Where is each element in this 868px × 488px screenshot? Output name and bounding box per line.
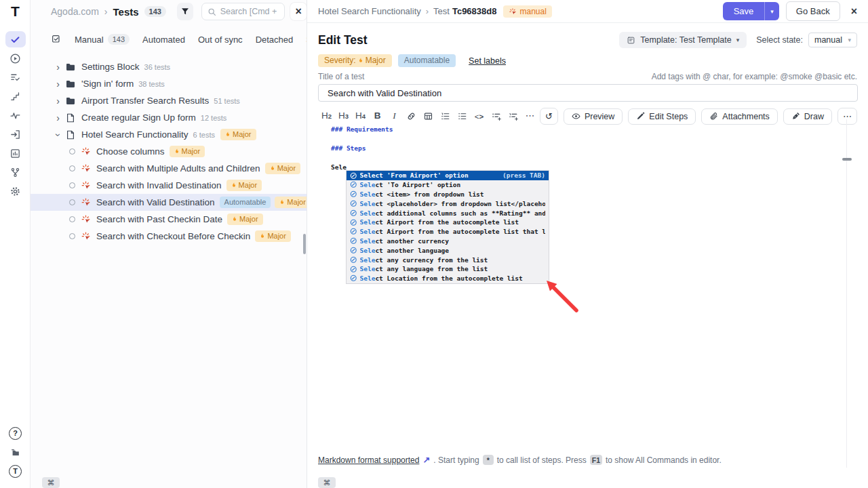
filter-button[interactable] xyxy=(177,3,193,20)
table-icon[interactable] xyxy=(420,111,437,121)
nav-import[interactable] xyxy=(5,126,26,142)
tree-test-row[interactable]: Search with Valid DestinationAutomatable… xyxy=(31,194,307,211)
nav-tests[interactable] xyxy=(5,31,26,47)
nav-profile[interactable]: T xyxy=(5,463,26,479)
tree-test-row[interactable]: Search with Multiple Adults and Children… xyxy=(31,160,307,177)
chevron-icon[interactable]: › xyxy=(53,129,64,140)
command-key-badge[interactable]: ⌘ xyxy=(318,477,336,488)
autocomplete-tab-hint: (press TAB) xyxy=(502,171,545,179)
go-back-button[interactable]: Go Back xyxy=(786,1,840,21)
autocomplete-item[interactable]: Select any currency from the list xyxy=(347,255,549,264)
tree-folder-row[interactable]: ›Hotel Search Functionality6 testsMajor xyxy=(31,126,307,143)
test-title-input[interactable] xyxy=(318,84,858,102)
search-input[interactable] xyxy=(220,7,279,16)
autocomplete-item[interactable]: Select another currency xyxy=(347,237,549,246)
ordered-list-add-icon[interactable] xyxy=(505,111,521,121)
test-name: Search with Invalid Destination xyxy=(96,180,222,190)
template-select[interactable]: Template: Test Template ▾ xyxy=(619,32,747,48)
title-label-row: Title of a test Add tags with @ char, fo… xyxy=(318,72,857,81)
nav-analytics[interactable] xyxy=(5,145,26,161)
autocomplete-item[interactable]: Select Airport from the autocomplete lis… xyxy=(347,227,549,237)
autocomplete-item[interactable]: Select 'To Airport' option xyxy=(347,180,549,190)
autocomplete-item[interactable]: Select <placeholder> from dropdown list<… xyxy=(347,199,549,208)
step-icon xyxy=(350,228,357,235)
chevron-icon[interactable]: › xyxy=(53,79,63,89)
nav-branches[interactable] xyxy=(5,164,26,180)
breadcrumb-section[interactable]: Tests xyxy=(113,6,139,18)
panel-close-button[interactable]: × xyxy=(851,5,857,18)
tree-filter-tabs: Manual143AutomatedOut of syncDetachedSta… xyxy=(31,30,307,48)
editor-scrollbar-thumb[interactable] xyxy=(842,158,852,161)
tree-test-row[interactable]: Search with Invalid DestinationMajor xyxy=(31,177,307,194)
ordered-list-icon[interactable] xyxy=(437,111,454,121)
history-button[interactable]: ↺ xyxy=(540,108,558,125)
autocomplete-match-text: Sele xyxy=(360,237,376,245)
manual-test-icon xyxy=(81,180,91,190)
autocomplete-item[interactable]: Select another language xyxy=(347,245,549,255)
state-badge: manual xyxy=(503,5,551,18)
chevron-icon[interactable]: › xyxy=(53,62,63,73)
autocomplete-item[interactable]: Select additional columns such as **Rati… xyxy=(347,208,549,218)
bullet-list-add-icon[interactable] xyxy=(488,111,505,121)
folder-name: Settings Block xyxy=(81,62,140,72)
more-formats-button[interactable]: ⋯ xyxy=(521,108,538,125)
preview-button[interactable]: Preview xyxy=(564,108,623,125)
nav-test-plans[interactable] xyxy=(5,69,26,85)
code-button[interactable]: <> xyxy=(471,108,488,125)
pencil-icon xyxy=(636,112,645,121)
severity-chip: Major xyxy=(170,146,205,157)
set-labels-link[interactable]: Set labels xyxy=(469,56,506,66)
breadcrumb-parent[interactable]: Hotel Search Functionality xyxy=(318,6,421,16)
tab-detached[interactable]: Detached xyxy=(256,35,294,45)
edit-steps-button[interactable]: Edit Steps xyxy=(628,108,696,125)
nav-help[interactable]: ? xyxy=(5,425,26,441)
autocomplete-item[interactable]: Select Location from the autocomplete li… xyxy=(347,274,549,283)
markdown-editor[interactable]: ### Requirements ### Steps Sele xyxy=(331,119,393,176)
tree-scrollbar-thumb[interactable] xyxy=(303,234,306,254)
tree-test-row[interactable]: Choose columnsMajor xyxy=(31,143,307,160)
command-key-badge[interactable]: ⌘ xyxy=(42,477,60,488)
nav-runs[interactable] xyxy=(5,50,26,66)
tree-folder-row[interactable]: ›'Sign in' form38 tests xyxy=(31,75,307,92)
nav-pulse[interactable] xyxy=(5,107,26,123)
markdown-help-link[interactable]: Markdown format supported xyxy=(318,455,419,465)
tree-folder-row[interactable]: ›Settings Block36 tests xyxy=(31,58,307,75)
tab-manual[interactable]: Manual143 xyxy=(75,34,130,45)
save-dropdown-button[interactable]: ▾ xyxy=(764,2,779,20)
tree-folder-row[interactable]: ›Create regular Sign Up form12 tests xyxy=(31,109,307,126)
tests-count-badge: 143 xyxy=(144,6,166,17)
nav-settings[interactable] xyxy=(5,183,26,199)
automatable-badge[interactable]: Automatable xyxy=(398,54,456,67)
nav-steps[interactable] xyxy=(5,88,26,104)
chevron-icon[interactable]: › xyxy=(53,113,63,123)
autocomplete-item[interactable]: Select <item> from dropdown list xyxy=(347,190,549,199)
autocomplete-item[interactable]: Select 'From Airport' option(press TAB) xyxy=(347,171,549,180)
autocomplete-item[interactable]: Select Airport from the autocomplete lis… xyxy=(347,218,549,227)
manual-test-icon xyxy=(81,231,91,241)
panel-breadcrumb: Hotel Search Functionality › Test Tc9683… xyxy=(318,5,552,18)
link-icon[interactable] xyxy=(403,111,420,121)
bulk-edit-icon[interactable] xyxy=(51,34,62,45)
draw-button[interactable]: Draw xyxy=(783,108,832,125)
chevron-icon[interactable]: › xyxy=(53,96,63,106)
state-select[interactable]: manual ▾ xyxy=(808,33,857,47)
paperclip-icon xyxy=(709,112,718,121)
breadcrumb-project[interactable]: Agoda.com xyxy=(51,6,99,17)
attachments-button[interactable]: Attachments xyxy=(701,108,777,125)
tab-out-of-sync[interactable]: Out of sync xyxy=(198,35,243,45)
bullet-list-icon[interactable] xyxy=(454,111,471,121)
tab-automated[interactable]: Automated xyxy=(142,35,185,45)
autocomplete-item[interactable]: Select any language from the list xyxy=(347,264,549,274)
badges-row: Severity: Major Automatable Set labels xyxy=(318,54,857,67)
tree-close-button[interactable]: × xyxy=(290,3,307,20)
severity-badge[interactable]: Severity: Major xyxy=(318,54,392,67)
save-button[interactable]: Save xyxy=(723,2,765,20)
folder-test-count: 6 tests xyxy=(193,131,215,139)
tree-folder-row[interactable]: ›Airport Transfer Search Results51 tests xyxy=(31,92,307,109)
folder-name: Create regular Sign Up form xyxy=(81,113,196,123)
nav-projects[interactable] xyxy=(5,444,26,460)
tree-test-row[interactable]: Search with Checkout Before CheckinMajor xyxy=(31,228,307,245)
tree-test-row[interactable]: Search with Past Checkin DateMajor xyxy=(31,211,307,228)
more-actions-button[interactable]: ⋯ xyxy=(837,108,857,125)
preview-button-label: Preview xyxy=(585,112,614,121)
